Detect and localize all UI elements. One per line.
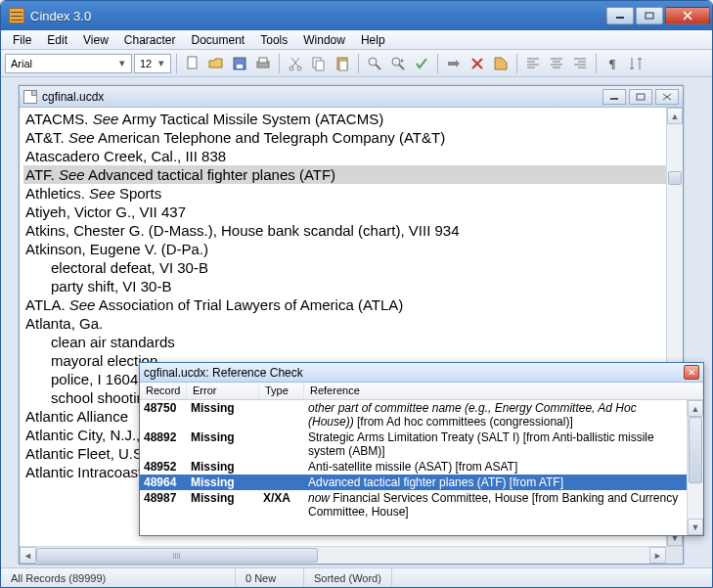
- ref-text: Advanced tactical fighter planes (ATF) […: [308, 475, 683, 489]
- maximize-button[interactable]: [636, 7, 663, 24]
- index-line[interactable]: ATACMS. See Army Tactical Missile System…: [23, 110, 679, 128]
- align-center-button[interactable]: [546, 53, 567, 74]
- cut-button[interactable]: [285, 53, 306, 74]
- index-line[interactable]: ATLA. See Association of Trial Lawyers o…: [23, 295, 679, 314]
- statusbar: All Records (89999) 0 New Sorted (Word): [1, 567, 712, 587]
- copy-button[interactable]: [308, 53, 330, 74]
- find-next-button[interactable]: [387, 53, 409, 74]
- doc-maximize-button[interactable]: [629, 89, 652, 105]
- open-button[interactable]: [205, 53, 227, 74]
- ref-record: 48964: [144, 475, 191, 489]
- document-title: cgfinal.ucdx: [42, 90, 600, 104]
- svg-rect-1: [646, 13, 653, 19]
- menu-document[interactable]: Document: [184, 33, 253, 47]
- reference-close-button[interactable]: ✕: [684, 365, 699, 380]
- reference-titlebar[interactable]: cgfinal.ucdx: Reference Check ✕: [140, 363, 703, 383]
- print-button[interactable]: [252, 53, 274, 74]
- save-button[interactable]: [229, 53, 250, 74]
- document-icon: [23, 90, 37, 104]
- scroll-up-button[interactable]: ▲: [667, 108, 683, 124]
- scroll-right-button[interactable]: ►: [649, 547, 666, 564]
- reference-row[interactable]: 48987MissingX/XAnow Financial Services C…: [140, 490, 687, 520]
- paste-button[interactable]: [332, 53, 353, 74]
- menubar: File Edit View Character Document Tools …: [1, 30, 712, 50]
- scroll-left-button[interactable]: ◄: [20, 547, 36, 564]
- reference-row[interactable]: 48892MissingStrategic Arms Limitation Tr…: [140, 430, 687, 459]
- minimize-button[interactable]: [606, 7, 634, 24]
- reference-row[interactable]: 48964MissingAdvanced tactical fighter pl…: [140, 475, 687, 490]
- ref-scroll-down-button[interactable]: ▼: [688, 519, 703, 535]
- ref-error: Missing: [191, 475, 263, 489]
- ref-error: Missing: [191, 430, 263, 444]
- chevron-down-icon: ▾: [115, 55, 129, 72]
- menu-character[interactable]: Character: [116, 33, 184, 47]
- doc-minimize-button[interactable]: [602, 89, 626, 105]
- delete-button[interactable]: [467, 53, 488, 74]
- horizontal-scrollbar[interactable]: ◄ ►: [20, 546, 683, 564]
- col-record[interactable]: Record: [140, 383, 187, 399]
- ref-error: Missing: [191, 460, 263, 474]
- reference-title: cgfinal.ucdx: Reference Check: [144, 366, 684, 380]
- font-family-value: Arial: [11, 58, 32, 69]
- reference-row[interactable]: 48750Missingother part of committee name…: [140, 400, 687, 430]
- checkmark-button[interactable]: [411, 53, 432, 74]
- font-family-select[interactable]: Arial▾: [5, 54, 132, 73]
- reference-row[interactable]: 48952MissingAnti-satellite missile (ASAT…: [140, 459, 687, 475]
- svg-point-17: [392, 58, 400, 66]
- index-line[interactable]: Atlanta, Ga.: [23, 314, 679, 333]
- propagate-button[interactable]: [443, 53, 465, 74]
- doc-close-button[interactable]: [655, 89, 679, 105]
- mdi-area: cgfinal.ucdx ATACMS. See Army Tactical M…: [1, 77, 712, 567]
- index-line[interactable]: AT&T. See American Telephone and Telegra…: [23, 128, 679, 147]
- index-line[interactable]: Atascadero Creek, Cal., III 838: [23, 147, 679, 165]
- svg-rect-8: [259, 58, 267, 63]
- index-line[interactable]: Atkinson, Eugene V. (D-Pa.): [23, 240, 679, 258]
- scroll-thumb[interactable]: [668, 171, 682, 185]
- app-icon: [9, 8, 24, 23]
- index-line[interactable]: Athletics. See Sports: [23, 184, 679, 203]
- index-line[interactable]: electoral defeat, VI 30-B: [23, 258, 679, 277]
- index-line[interactable]: clean air standards: [23, 333, 679, 351]
- sort-button[interactable]: [625, 53, 646, 74]
- menu-edit[interactable]: Edit: [39, 33, 75, 47]
- index-line[interactable]: Atiyeh, Victor G., VII 437: [23, 203, 679, 221]
- ref-scroll-thumb[interactable]: [689, 417, 702, 483]
- ref-record: 48952: [144, 460, 191, 474]
- document-titlebar[interactable]: cgfinal.ucdx: [20, 86, 683, 108]
- ref-record: 48987: [144, 491, 191, 505]
- ref-error: Missing: [191, 491, 263, 505]
- index-line[interactable]: Atkins, Chester G. (D-Mass.), House bank…: [23, 221, 679, 240]
- titlebar[interactable]: Cindex 3.0: [1, 1, 712, 30]
- hscroll-thumb[interactable]: [36, 548, 318, 563]
- font-size-value: 12: [140, 58, 152, 69]
- ref-scroll-up-button[interactable]: ▲: [688, 400, 703, 417]
- menu-view[interactable]: View: [75, 33, 116, 47]
- find-button[interactable]: [364, 53, 385, 74]
- svg-line-16: [376, 65, 380, 69]
- col-reference[interactable]: Reference: [304, 383, 703, 399]
- align-right-button[interactable]: [569, 53, 591, 74]
- toolbar: Arial▾ 12▾ ¶: [1, 50, 712, 77]
- menu-help[interactable]: Help: [353, 33, 393, 47]
- index-line[interactable]: ATF. See Advanced tactical fighter plane…: [23, 165, 679, 184]
- svg-point-15: [369, 58, 377, 66]
- font-size-select[interactable]: 12▾: [134, 54, 171, 73]
- col-type[interactable]: Type: [259, 383, 304, 399]
- menu-tools[interactable]: Tools: [252, 33, 295, 47]
- svg-rect-4: [188, 57, 197, 68]
- align-left-button[interactable]: [522, 53, 544, 74]
- reference-check-window: cgfinal.ucdx: Reference Check ✕ Record E…: [139, 362, 704, 536]
- new-button[interactable]: [182, 53, 203, 74]
- ref-vertical-scrollbar[interactable]: ▲ ▼: [687, 400, 703, 535]
- ref-error: Missing: [191, 401, 263, 415]
- menu-window[interactable]: Window: [295, 33, 353, 47]
- tag-button[interactable]: [490, 53, 512, 74]
- svg-rect-6: [237, 65, 243, 68]
- menu-file[interactable]: File: [5, 33, 39, 47]
- col-error[interactable]: Error: [187, 383, 259, 399]
- svg-rect-12: [316, 61, 324, 70]
- symbol-button[interactable]: ¶: [602, 53, 623, 74]
- ref-type: X/XA: [263, 491, 308, 505]
- close-button[interactable]: [665, 7, 710, 24]
- index-line[interactable]: party shift, VI 30-B: [23, 277, 679, 295]
